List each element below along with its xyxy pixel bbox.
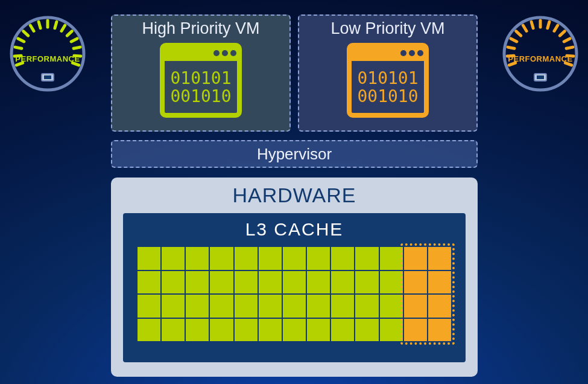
cache-cell-high: [210, 247, 233, 270]
cache-cell-high: [235, 319, 258, 342]
cache-cell-high: [186, 319, 209, 342]
cache-cell-high: [138, 247, 160, 270]
svg-line-25: [531, 22, 533, 28]
svg-rect-35: [537, 75, 544, 79]
cache-cell-high: [331, 247, 354, 270]
cache-cell-high: [138, 271, 160, 294]
code-line: 001010: [357, 86, 418, 106]
svg-line-5: [24, 31, 28, 36]
svg-line-3: [15, 47, 22, 48]
svg-line-24: [523, 25, 526, 31]
vm-title: Low Priority VM: [330, 19, 444, 38]
vm-window-icon: 010101 001010: [159, 42, 243, 119]
svg-line-31: [566, 47, 573, 48]
cache-cell-high: [235, 271, 258, 294]
cache-cell-high: [307, 295, 330, 318]
code-line: 001010: [170, 86, 231, 106]
performance-gauge-high: PERFORMANCE: [8, 14, 87, 93]
vm-window-icon: 010101 001010: [346, 42, 430, 119]
cache-cell-high: [331, 295, 354, 318]
cache-cell-high: [162, 247, 185, 270]
svg-rect-17: [44, 75, 51, 79]
hardware-panel: HARDWARE L3 CACHE: [111, 178, 478, 377]
cache-cell-high: [283, 295, 306, 318]
cache-cell-high: [331, 271, 354, 294]
svg-line-30: [564, 39, 570, 42]
cache-cell-high: [186, 271, 209, 294]
cache-cell-high: [259, 295, 282, 318]
cache-cell-low: [404, 319, 427, 342]
gauge-dial-icon: [8, 14, 87, 93]
svg-line-11: [67, 31, 72, 36]
svg-line-4: [18, 39, 24, 42]
cache-cell-high: [380, 247, 403, 270]
cache-cell-low: [404, 271, 427, 294]
svg-point-39: [222, 50, 228, 56]
svg-line-7: [39, 22, 40, 28]
svg-line-21: [508, 47, 514, 48]
hypervisor-bar: Hypervisor: [111, 140, 478, 168]
cache-cell-high: [162, 319, 185, 342]
svg-line-29: [560, 31, 564, 36]
svg-point-38: [213, 50, 220, 56]
cache-cell-high: [283, 271, 306, 294]
hypervisor-label: Hypervisor: [257, 145, 332, 164]
cache-cell-high: [355, 295, 378, 318]
svg-line-27: [548, 22, 549, 28]
cache-cell-low: [404, 295, 427, 318]
svg-line-9: [55, 22, 57, 28]
gauge-label: PERFORMANCE: [8, 54, 87, 63]
cache-title: L3 CACHE: [245, 219, 344, 240]
cache-cell-high: [259, 271, 282, 294]
cache-cell-low: [404, 247, 427, 270]
cache-cell-high: [307, 319, 330, 342]
cache-cell-high: [380, 271, 403, 294]
svg-line-12: [71, 39, 77, 42]
svg-line-22: [511, 39, 517, 42]
cache-cell-high: [235, 247, 258, 270]
cache-cell-high: [355, 319, 378, 342]
svg-line-13: [74, 47, 80, 48]
svg-line-28: [554, 25, 558, 31]
vm-row: High Priority VM 010101 001010 Low Prior…: [111, 14, 478, 132]
svg-point-44: [409, 50, 415, 56]
performance-gauge-low: PERFORMANCE: [501, 14, 580, 93]
cache-grid-wrap: [138, 247, 451, 341]
cache-cell-high: [331, 319, 354, 342]
cache-cell-high: [380, 295, 403, 318]
cache-cell-high: [355, 247, 378, 270]
hardware-title: HARDWARE: [232, 184, 356, 207]
svg-line-6: [30, 25, 34, 31]
cache-cell-high: [186, 247, 209, 270]
l3-cache-block: L3 CACHE: [123, 213, 466, 362]
cache-cell-high: [259, 319, 282, 342]
cache-cell-high: [307, 271, 330, 294]
code-line: 010101: [170, 68, 231, 88]
gauge-dial-icon: [501, 14, 580, 93]
cache-cell-high: [235, 295, 258, 318]
cache-cell-high: [210, 319, 233, 342]
vm-title: High Priority VM: [142, 19, 259, 38]
cache-cell-low: [428, 271, 451, 294]
cache-cell-high: [283, 319, 306, 342]
code-line: 010101: [357, 68, 418, 88]
svg-point-45: [417, 50, 423, 56]
cache-cell-high: [162, 295, 185, 318]
cache-cell-high: [355, 271, 378, 294]
cache-cell-low: [428, 319, 451, 342]
svg-point-43: [400, 50, 406, 56]
cache-cell-high: [162, 271, 185, 294]
cache-cell-high: [259, 247, 282, 270]
cache-grid: [138, 247, 451, 341]
cache-cell-high: [307, 247, 330, 270]
high-priority-vm-box: High Priority VM 010101 001010: [111, 14, 291, 132]
cache-cell-high: [283, 247, 306, 270]
cache-cell-high: [186, 295, 209, 318]
cache-cell-high: [210, 271, 233, 294]
svg-line-23: [516, 31, 521, 36]
svg-point-40: [230, 50, 236, 56]
cache-cell-high: [138, 319, 160, 342]
cache-cell-high: [380, 319, 403, 342]
cache-cell-high: [210, 295, 233, 318]
cache-cell-high: [138, 295, 160, 318]
